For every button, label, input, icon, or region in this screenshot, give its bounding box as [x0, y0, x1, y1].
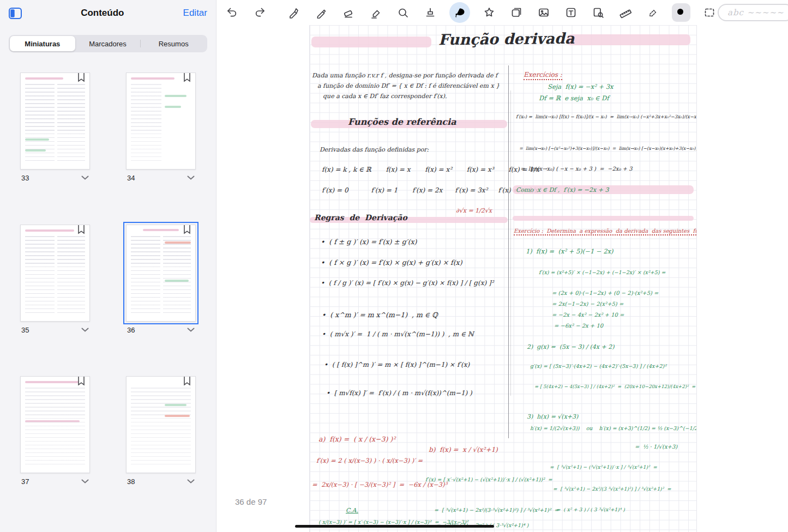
- bottom-work-line: = [ ³√(x²+1) − 2x²/(3 ³√(x²+1)²) ] / ³√(…: [553, 486, 671, 492]
- thumb-accent: [165, 280, 189, 282]
- main-area: abc ~~~~~ Função derivada Dada uma funçã…: [217, 0, 788, 532]
- zoom-tool-icon[interactable]: [672, 3, 690, 22]
- chevron-down-icon[interactable]: [187, 479, 195, 484]
- rule-line: • ( [ f(x) ]^m )′ = m × [ f(x) ]^(m−1) ×…: [324, 361, 470, 368]
- rule-line: • [ m√f(x) ]′ = f′(x) / ( m · m√(f(x))^(…: [326, 389, 472, 397]
- rule-line: • ( m√x )′ = 1 / ( m · m√(x^(m−1)) ) , m…: [322, 330, 474, 338]
- page-number-36: 36: [127, 326, 135, 334]
- page-number-38: 38: [127, 477, 135, 486]
- card-tool-icon[interactable]: [508, 4, 525, 21]
- thumb-accent: [165, 241, 191, 244]
- tape-icon[interactable]: [645, 4, 661, 21]
- rule-line: • ( f ± g )′ (x) = f′(x) ± g′(x): [321, 238, 417, 246]
- page-thumbnail-35[interactable]: [20, 225, 90, 322]
- tab-miniaturas[interactable]: Miniaturas: [10, 36, 75, 51]
- thumb-column-gap: [55, 234, 57, 317]
- ruler-icon[interactable]: [617, 4, 634, 21]
- bookmark-icon[interactable]: [183, 72, 191, 84]
- page-thumbnail-38[interactable]: [126, 376, 196, 473]
- note-title: Função derivada: [438, 30, 575, 49]
- intro-line: a função de domínio Df′ = { x ∈ Df : f é…: [317, 82, 500, 89]
- chevron-down-icon[interactable]: [187, 328, 195, 332]
- page-number-37: 37: [21, 477, 29, 486]
- handwriting-recognition-pill[interactable]: abc ~~~~~: [718, 4, 788, 21]
- element-search-icon[interactable]: [590, 4, 606, 21]
- shape-tool-icon[interactable]: [395, 4, 411, 21]
- section-header: Funções de referência: [348, 117, 456, 127]
- ref-intro: Derivadas das função definidas por:: [320, 146, 429, 153]
- exercise-label: Exercícios :: [524, 71, 562, 80]
- ref-note: ∂√x = 1/2√x: [456, 207, 492, 214]
- page-thumbnail-36[interactable]: [126, 225, 196, 322]
- thumb-highlight: [25, 381, 80, 383]
- page-thumbnail-34[interactable]: [126, 72, 196, 170]
- image-tool-icon[interactable]: [536, 4, 552, 21]
- item1-line: = −6x² − 2x + 10: [554, 323, 603, 329]
- chevron-down-icon[interactable]: [81, 328, 89, 332]
- chevron-down-icon[interactable]: [187, 176, 195, 180]
- text-tool-icon[interactable]: [563, 4, 579, 21]
- rule-line: • ( f / g )′ (x) = [ f′(x) × g(x) − g′(x…: [321, 279, 494, 287]
- section-header: Regras de Derivação: [314, 213, 407, 222]
- thumb-accent: [165, 95, 187, 97]
- thumbnail-wrap-38: 38: [126, 376, 196, 486]
- thumb-text-lines: [131, 388, 191, 467]
- bookmark-icon[interactable]: [183, 376, 191, 388]
- right-line: Df = ℝ e seja x₀ ∈ Df: [539, 94, 609, 102]
- item1-line: 1) f(x) = (x² + 5)(−1 − 2x): [526, 247, 613, 255]
- conclusion-line: Como x ∈ Df , f′(x) = −2x + 3: [516, 186, 609, 194]
- sidebar: Conteúdo Editar Miniaturas Marcadores Re…: [0, 0, 216, 532]
- view-segmented-control: Miniaturas Marcadores Resumos: [9, 35, 207, 52]
- item1-line: = 2x(−1−2x) − 2(x²+5) =: [552, 301, 623, 307]
- chevron-down-icon[interactable]: [81, 176, 89, 180]
- exercise-label: Exercício : Determina a expressão da der…: [514, 228, 697, 235]
- thumb-accent: [25, 138, 49, 141]
- intro-line: Dada uma função r.v.r f , designa-se por…: [312, 72, 497, 79]
- page-indicator: 36 de 97: [235, 497, 267, 506]
- thumb-text-lines: [131, 84, 161, 164]
- note-page[interactable]: Função derivada Dada uma função r.v.r f …: [309, 25, 697, 532]
- highlighter-icon[interactable]: [368, 4, 384, 21]
- page-thumbnail-33[interactable]: [20, 72, 90, 170]
- selection-tool-icon[interactable]: [701, 4, 718, 21]
- tab-marcadores[interactable]: Marcadores: [75, 36, 141, 51]
- bookmark-icon[interactable]: [77, 376, 85, 388]
- sticker-tool-icon[interactable]: [481, 4, 497, 21]
- limit-line: = lim(x→x₀) [−(x²−x₀²)+3(x−x₀)]/(x−x₀) =…: [519, 146, 697, 151]
- item2-line: g′(x) = [ (5x−3)′·(4x+2) − (4x+2)′·(5x−3…: [530, 363, 666, 369]
- edit-button[interactable]: Editar: [183, 8, 207, 19]
- chevron-down-icon[interactable]: [81, 479, 89, 484]
- thumbnail-wrap-37: 37: [20, 376, 90, 486]
- thumb-column-gap: [55, 82, 57, 165]
- column-divider: [508, 65, 509, 438]
- thumb-highlight: [25, 77, 63, 80]
- sidebar-title: Conteúdo: [22, 8, 183, 19]
- undo-icon[interactable]: [224, 4, 240, 21]
- eraser-icon[interactable]: [340, 4, 357, 21]
- ex-b-line: = [ ³√(x²+1) − 2x²/(3·³√(x²+1)²) ] / ³√(…: [434, 507, 559, 513]
- item3-line: h′(x) = 1/(2√(x+3)) ou h′(x) = (x+3)^(1/…: [530, 425, 697, 431]
- ballpoint-pen-icon[interactable]: [313, 4, 329, 21]
- note-canvas: Função derivada Dada uma função r.v.r f …: [217, 25, 788, 532]
- item2-line: 2) g(x) = (5x − 3) / (4x + 2): [527, 343, 615, 350]
- thumbnail-wrap-36: 36: [126, 225, 196, 334]
- thumb-accent: [165, 106, 181, 108]
- stamp-tool-icon[interactable]: [422, 4, 438, 21]
- lasso-tool-icon[interactable]: [449, 2, 470, 23]
- tab-resumos[interactable]: Resumos: [141, 36, 206, 51]
- sidebar-toggle-icon[interactable]: [9, 8, 22, 19]
- page-thumbnail-37[interactable]: [20, 376, 90, 473]
- thumbnail-wrap-35: 35: [20, 225, 90, 334]
- bookmark-icon[interactable]: [183, 225, 191, 237]
- page-number-35: 35: [21, 326, 29, 334]
- sidebar-header: Conteúdo Editar: [0, 0, 216, 26]
- bookmark-icon[interactable]: [77, 225, 85, 237]
- fountain-pen-icon[interactable]: [286, 4, 302, 21]
- horizontal-scrollbar[interactable]: [295, 525, 494, 528]
- redo-icon[interactable]: [252, 4, 268, 21]
- thumb-accent: [25, 149, 46, 152]
- thumb-column-gap: [160, 234, 163, 317]
- bookmark-icon[interactable]: [77, 72, 85, 84]
- ref-row: f(x) = k , k ∈ ℝ f(x) = x f(x) = x² f(x)…: [322, 166, 539, 173]
- page-number-33: 33: [21, 174, 29, 182]
